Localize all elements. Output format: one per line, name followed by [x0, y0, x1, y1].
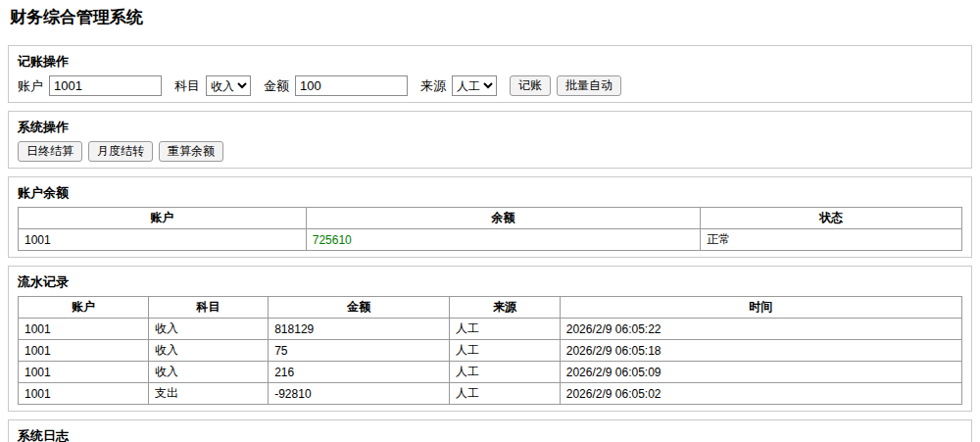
tx-header-source: 来源	[450, 297, 561, 319]
recalc-balance-button[interactable]: 重算余额	[159, 141, 223, 162]
tx-cell-time: 2026/2/9 06:05:02	[560, 383, 961, 405]
account-input[interactable]	[49, 75, 162, 96]
system-ops-button-row: 日终结算 月度结转 重算余额	[18, 141, 962, 162]
tx-cell-subject: 收入	[148, 362, 268, 383]
tx-cell-subject: 收入	[148, 319, 268, 340]
section-balances-title: 账户余额	[18, 184, 962, 202]
balance-header-balance: 余额	[306, 208, 701, 229]
transaction-row: 1001 收入 818129 人工 2026/2/9 06:05:22	[19, 319, 962, 340]
section-system-ops: 系统操作 日终结算 月度结转 重算余额	[8, 111, 972, 169]
tx-cell-subject: 收入	[148, 340, 268, 362]
booking-form-row: 账户 科目 收入 金额 来源 人工 记账 批量自动	[18, 75, 962, 96]
transaction-row: 1001 支出 -92810 人工 2026/2/9 06:05:02	[19, 383, 962, 405]
section-transactions-title: 流水记录	[18, 273, 962, 291]
amount-input[interactable]	[295, 75, 408, 96]
tx-cell-amount: 216	[269, 362, 450, 383]
source-select[interactable]: 人工	[452, 75, 497, 96]
tx-cell-account: 1001	[19, 362, 149, 383]
transactions-header-row: 账户 科目 金额 来源 时间	[19, 297, 962, 319]
tx-cell-time: 2026/2/9 06:05:18	[560, 340, 961, 362]
tx-cell-source: 人工	[450, 383, 561, 405]
section-booking: 记账操作 账户 科目 收入 金额 来源 人工 记账 批量自动	[8, 45, 972, 103]
tx-cell-account: 1001	[19, 340, 149, 362]
monthly-carryover-button[interactable]: 月度结转	[88, 141, 153, 162]
tx-cell-amount: 818129	[269, 319, 450, 340]
transaction-row: 1001 收入 75 人工 2026/2/9 06:05:18	[19, 340, 962, 362]
page-title: 财务综合管理系统	[10, 8, 972, 27]
tx-cell-source: 人工	[450, 340, 561, 362]
tx-header-subject: 科目	[148, 297, 268, 319]
section-system-ops-title: 系统操作	[18, 119, 962, 136]
balance-table-row: 1001 725610 正常	[19, 229, 962, 251]
amount-label: 金额	[264, 77, 289, 95]
balance-header-account: 账户	[19, 208, 307, 229]
account-label: 账户	[18, 77, 43, 95]
amount-group: 金额	[264, 75, 408, 96]
section-log: 系统日志	[8, 419, 972, 442]
subject-group: 科目 收入	[174, 75, 251, 96]
balance-table: 账户 余额 状态 1001 725610 正常	[18, 207, 962, 251]
booking-buttons: 记账 批量自动	[510, 75, 621, 96]
tx-cell-subject: 支出	[148, 383, 268, 405]
tx-cell-account: 1001	[19, 383, 149, 405]
balance-cell-status: 正常	[701, 229, 962, 251]
section-balances: 账户余额 账户 余额 状态 1001 725610 正常	[8, 176, 972, 258]
section-transactions: 流水记录 账户 科目 金额 来源 时间 1001 收入 818129 人工 20…	[8, 266, 972, 412]
source-group: 来源 人工	[420, 75, 497, 96]
tx-cell-source: 人工	[450, 362, 561, 383]
balance-table-header-row: 账户 余额 状态	[19, 208, 962, 229]
transactions-table: 账户 科目 金额 来源 时间 1001 收入 818129 人工 2026/2/…	[18, 296, 962, 405]
tx-cell-amount: -92810	[269, 383, 450, 405]
balance-cell-value: 725610	[306, 229, 701, 251]
tx-cell-account: 1001	[19, 319, 149, 340]
record-button[interactable]: 记账	[510, 75, 551, 96]
tx-cell-time: 2026/2/9 06:05:22	[560, 319, 961, 340]
section-log-title: 系统日志	[18, 427, 962, 442]
tx-header-time: 时间	[560, 297, 961, 319]
transaction-row: 1001 收入 216 人工 2026/2/9 06:05:09	[19, 362, 962, 383]
account-group: 账户	[18, 75, 162, 96]
tx-cell-time: 2026/2/9 06:05:09	[560, 362, 961, 383]
tx-header-account: 账户	[19, 297, 149, 319]
day-end-settlement-button[interactable]: 日终结算	[18, 141, 82, 162]
subject-select[interactable]: 收入	[206, 75, 251, 96]
source-label: 来源	[420, 77, 446, 95]
tx-header-amount: 金额	[269, 297, 450, 319]
balance-cell-account: 1001	[19, 229, 307, 251]
tx-cell-amount: 75	[269, 340, 450, 362]
section-booking-title: 记账操作	[18, 53, 962, 71]
batch-auto-button[interactable]: 批量自动	[557, 75, 621, 96]
balance-header-status: 状态	[701, 208, 962, 229]
subject-label: 科目	[174, 77, 200, 95]
tx-cell-source: 人工	[450, 319, 561, 340]
